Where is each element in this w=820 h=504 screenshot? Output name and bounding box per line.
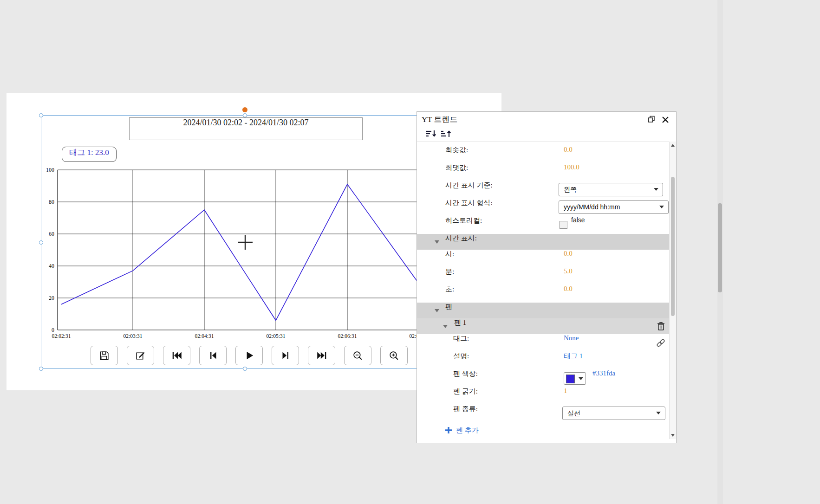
step-back-button[interactable] [199,346,227,365]
tag-link-button[interactable] [656,338,666,349]
selection-handle-top-center[interactable] [243,113,247,117]
sort-ascending-button[interactable] [425,129,439,140]
selection-handle-mid-left[interactable] [39,240,43,245]
property-row-desc: 설명: 태그 1 [417,352,669,369]
panel-scrollbar[interactable] [669,142,676,439]
properties-panel: YT 트렌드 [417,111,677,443]
y-tick-label: 40 [49,263,54,269]
pen-width-value[interactable]: 1 [564,387,567,395]
pen1-delete-button[interactable] [657,321,667,332]
time-format-select[interactable]: yyyy/MM/dd hh:mm [559,200,669,214]
x-tick-label: 02:06:31 [338,333,357,339]
x-tick-label: 02:04:31 [195,333,214,339]
panel-scrollbar-thumb[interactable] [671,177,675,316]
edit-button[interactable] [127,346,154,365]
desc-value[interactable]: 태그 1 [564,352,583,361]
historical-label: 히스토리컬: [445,216,482,225]
max-value[interactable]: 100.0 [564,163,579,171]
panel-toolbar [417,129,676,141]
chevron-down-icon [654,188,658,191]
y-tick-label: 0 [52,327,54,333]
selection-handle-bottom-center[interactable] [243,367,247,371]
color-swatch [566,375,575,383]
trash-icon [657,321,665,331]
skip-to-end-icon [316,349,328,362]
legend-badge: 태그 1: 23.0 [62,147,117,162]
minute-value[interactable]: 5.0 [564,267,573,275]
property-row-tag: 태그: None [417,334,669,352]
step-forward-icon [280,349,292,362]
section-header-pen[interactable]: 펜 [417,303,669,318]
pen-width-label: 펜 굵기: [453,387,478,396]
zoom-in-icon [388,350,400,362]
collapse-triangle-icon [435,309,439,312]
property-row-time-basis: 시간 표시 기준: 왼쪽 [417,181,669,199]
close-button[interactable] [661,116,670,124]
window-scrollbar-thumb[interactable] [718,203,722,292]
pen-color-label: 펜 색상: [453,369,478,378]
sort-descending-button[interactable] [440,129,454,140]
pen-color-picker[interactable] [564,372,586,385]
pen-type-select[interactable]: 실선 [562,407,665,420]
time-basis-select[interactable]: 왼쪽 [559,183,663,196]
tag-label: 태그: [453,334,469,343]
y-tick-label: 20 [49,295,54,301]
min-value[interactable]: 0.0 [564,146,573,154]
minute-label: 분: [445,267,454,276]
x-tick-label: 02:03:31 [124,333,143,339]
second-value[interactable]: 0.0 [564,285,573,293]
section-header-pen1[interactable]: 펜 1 [417,318,669,334]
scroll-up-icon[interactable] [671,144,675,147]
historical-checkbox[interactable] [560,221,567,229]
property-row-max: 최댓값: 100.0 [417,163,669,181]
tag-value[interactable]: None [564,334,579,342]
min-label: 최솟값: [445,146,468,155]
time-basis-selected: 왼쪽 [564,183,577,196]
hour-value[interactable]: 0.0 [564,250,573,258]
section-header-time-display[interactable]: 시간 표시: [417,234,669,250]
close-icon [661,116,670,124]
chevron-down-icon [579,377,583,380]
max-label: 최댓값: [445,163,468,172]
property-row-hour: 시: 0.0 [417,250,669,267]
property-list: 최솟값: 0.0 최댓값: 100.0 시간 표시 기준: 왼쪽 시간 표시 형… [417,142,669,439]
sort-descending-icon [440,129,452,139]
step-forward-button[interactable] [272,346,299,365]
trend-widget[interactable]: 02040608010002:02:3102:03:3102:04:3102:0… [41,115,468,369]
pen-section-label: 펜 [445,303,452,311]
rotation-handle[interactable] [242,107,247,112]
pen-type-label: 펜 종류: [453,405,478,414]
selection-handle-top-left[interactable] [39,113,43,117]
collapse-triangle-icon [435,240,439,244]
second-label: 초: [445,285,454,294]
panel-title: YT 트렌드 [422,114,458,125]
window-scrollbar[interactable] [717,0,723,504]
y-tick-label: 100 [46,167,54,173]
restore-button[interactable] [647,116,657,124]
time-basis-label: 시간 표시 기준: [445,181,493,190]
save-button[interactable] [91,346,118,365]
zoom-out-button[interactable] [344,346,371,365]
save-icon [98,350,110,362]
skip-to-start-button[interactable] [163,346,190,365]
scroll-down-icon[interactable] [671,434,675,437]
property-row-pen-width: 펜 굵기: 1 [417,387,669,405]
skip-to-end-button[interactable] [308,346,335,365]
property-row-second: 초: 0.0 [417,285,669,303]
trend-toolbar [91,346,408,365]
collapse-triangle-icon [443,325,448,328]
add-pen-label: 펜 추가 [456,422,479,438]
time-format-label: 시간 표시 형식: [445,199,493,207]
chevron-down-icon [656,412,661,414]
plus-icon [445,426,452,434]
y-tick-label: 60 [49,231,54,237]
selection-handle-bottom-left[interactable] [39,367,43,371]
pen-color-value[interactable]: #331fda [592,369,615,377]
time-format-selected: yyyy/MM/dd hh:mm [564,201,620,213]
zoom-in-button[interactable] [380,346,408,365]
y-tick-label: 80 [49,199,54,205]
play-button[interactable] [235,346,263,365]
add-pen-button[interactable]: 펜 추가 [417,422,669,438]
pen-type-selected: 실선 [567,407,580,420]
property-row-time-format: 시간 표시 형식: yyyy/MM/dd hh:mm [417,199,669,216]
